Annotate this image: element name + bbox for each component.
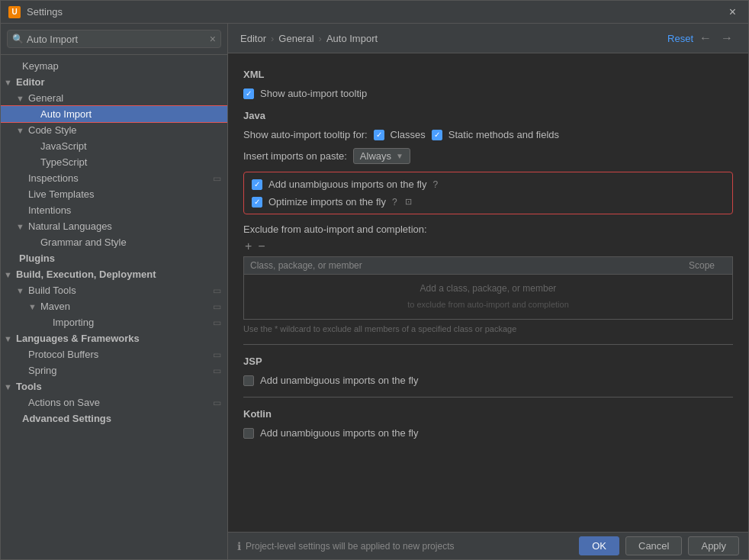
sidebar-item-live-templates[interactable]: Live Templates <box>1 186 227 202</box>
code-style-label: Code Style <box>28 124 77 136</box>
sidebar-item-inspections[interactable]: Inspections ▭ <box>1 170 227 186</box>
nav-forward-icon[interactable]: → <box>718 30 736 47</box>
sidebar-item-spring[interactable]: Spring ▭ <box>1 362 227 378</box>
add-remove-bar: + − <box>243 240 733 253</box>
settings-window: U Settings × 🔍 × Keymap ▼ <box>0 0 749 560</box>
show-tooltip-for-label: Show auto-import tooltip for: <box>243 129 368 140</box>
sidebar-item-javascript[interactable]: JavaScript <box>1 138 227 154</box>
search-clear-icon[interactable]: × <box>210 33 216 45</box>
xml-tooltip-checkbox[interactable]: ✓ <box>243 89 254 99</box>
add-unambiguous-row: ✓ Add unambiguous imports on the fly ? <box>252 179 725 190</box>
build-exec-arrow: ▼ <box>4 270 13 279</box>
build-tools-label: Build Tools <box>28 285 76 296</box>
jsp-unambiguous-checkbox[interactable] <box>243 375 254 386</box>
optimize-imports-checkbox[interactable]: ✓ <box>252 197 262 208</box>
sidebar-item-advanced-settings[interactable]: Advanced Settings <box>1 410 227 426</box>
separator1 <box>243 344 733 345</box>
javascript-label: JavaScript <box>40 140 87 152</box>
classes-checkbox[interactable]: ✓ <box>374 130 384 140</box>
sidebar-item-editor[interactable]: ▼ Editor <box>1 74 227 90</box>
search-input[interactable] <box>27 34 210 45</box>
maven-label: Maven <box>40 301 70 312</box>
inspections-label: Inspections <box>28 172 79 184</box>
breadcrumb-nav: Reset ← → <box>667 30 736 47</box>
sidebar-item-build-exec[interactable]: ▼ Build, Execution, Deployment <box>1 266 227 282</box>
optimize-imports-extra-icon[interactable]: ⊡ <box>403 197 413 207</box>
dropdown-arrow: ▼ <box>396 152 403 160</box>
general-arrow: ▼ <box>16 94 25 103</box>
sidebar-item-keymap[interactable]: Keymap <box>1 58 227 74</box>
intentions-label: Intentions <box>28 204 71 216</box>
sidebar-item-importing[interactable]: Importing ▭ <box>1 314 227 330</box>
maven-icon: ▭ <box>213 301 221 312</box>
build-exec-label: Build, Execution, Deployment <box>16 269 156 280</box>
nav-back-icon[interactable]: ← <box>696 30 715 47</box>
optimize-imports-label: Optimize imports on the fly <box>268 196 386 208</box>
add-unambiguous-checkbox[interactable]: ✓ <box>252 179 262 190</box>
classes-label: Classes <box>391 129 426 140</box>
ok-button[interactable]: OK <box>579 536 619 555</box>
settings-tree: Keymap ▼ Editor ▼ General Auto Import <box>1 55 227 559</box>
remove-exclude-button[interactable]: − <box>256 240 266 253</box>
empty-message: Add a class, package, or member to exclu… <box>407 281 569 312</box>
cancel-button[interactable]: Cancel <box>625 536 682 555</box>
java-section-label: Java <box>243 110 733 121</box>
close-button[interactable]: × <box>725 4 741 21</box>
sidebar-item-general[interactable]: ▼ General <box>1 90 227 106</box>
sidebar-item-build-tools[interactable]: ▼ Build Tools ▭ <box>1 282 227 298</box>
spring-label: Spring <box>28 365 57 376</box>
xml-tooltip-check: ✓ <box>246 89 252 98</box>
sidebar-item-actions-on-save[interactable]: Actions on Save ▭ <box>1 394 227 410</box>
footer-buttons: OK Cancel Apply <box>579 536 739 555</box>
empty-hint1: Add a class, package, or member <box>407 281 569 298</box>
code-style-arrow: ▼ <box>16 126 25 135</box>
search-input-wrap[interactable]: 🔍 × <box>7 30 221 48</box>
actions-on-save-label: Actions on Save <box>28 397 100 408</box>
lang-frameworks-label: Languages & Frameworks <box>16 333 140 344</box>
sidebar-item-auto-import[interactable]: Auto Import <box>1 106 227 122</box>
optimize-imports-help-icon[interactable]: ? <box>392 197 397 208</box>
always-dropdown[interactable]: Always ▼ <box>353 148 410 164</box>
auto-import-label: Auto Import <box>40 108 92 120</box>
kotlin-unambiguous-row: Add unambiguous imports on the fly <box>243 427 733 439</box>
kotlin-unambiguous-checkbox[interactable] <box>243 428 254 439</box>
breadcrumb: Editor › General › Auto Import <box>240 33 378 44</box>
editor-label: Editor <box>16 76 45 88</box>
sidebar-item-plugins[interactable]: Plugins <box>1 250 227 266</box>
static-methods-checkbox[interactable]: ✓ <box>432 130 442 140</box>
build-tools-arrow: ▼ <box>16 286 25 295</box>
typescript-label: TypeScript <box>40 156 87 168</box>
add-exclude-button[interactable]: + <box>243 240 253 253</box>
static-methods-label: Static methods and fields <box>448 129 559 140</box>
optimize-check: ✓ <box>254 198 260 206</box>
add-unambiguous-help-icon[interactable]: ? <box>432 179 438 190</box>
lang-arrow: ▼ <box>4 334 13 343</box>
sidebar-item-protocol-buffers[interactable]: Protocol Buffers ▭ <box>1 346 227 362</box>
breadcrumb-bar: Editor › General › Auto Import Reset ← → <box>228 24 748 53</box>
sidebar-item-intentions[interactable]: Intentions <box>1 202 227 218</box>
reset-button[interactable]: Reset <box>667 33 693 44</box>
insert-imports-label: Insert imports on paste: <box>243 150 347 162</box>
sidebar-item-code-style[interactable]: ▼ Code Style <box>1 122 227 138</box>
breadcrumb-editor: Editor <box>240 33 266 44</box>
jsp-unambiguous-label: Add unambiguous imports on the fly <box>260 375 418 386</box>
breadcrumb-sep2: › <box>319 33 322 44</box>
breadcrumb-sep1: › <box>271 33 274 44</box>
sidebar-item-typescript[interactable]: TypeScript <box>1 154 227 170</box>
spring-icon: ▭ <box>213 365 221 376</box>
sidebar-item-natural-languages[interactable]: ▼ Natural Languages <box>1 218 227 234</box>
sidebar-item-tools[interactable]: ▼ Tools <box>1 378 227 394</box>
apply-button[interactable]: Apply <box>688 536 739 555</box>
optimize-imports-row: ✓ Optimize imports on the fly ? ⊡ <box>252 196 725 208</box>
class-package-header: Class, package, or member <box>244 257 671 274</box>
actions-icon: ▭ <box>213 397 221 408</box>
separator2 <box>243 397 733 397</box>
inspections-icon: ▭ <box>213 173 221 184</box>
tools-label: Tools <box>16 381 42 392</box>
sidebar-item-maven[interactable]: ▼ Maven ▭ <box>1 298 227 314</box>
sidebar-item-grammar-style[interactable]: Grammar and Style <box>1 234 227 250</box>
exclude-section: Exclude from auto-import and completion:… <box>243 224 733 333</box>
plugins-label: Plugins <box>19 253 55 264</box>
sidebar-item-lang-frameworks[interactable]: ▼ Languages & Frameworks <box>1 330 227 346</box>
breadcrumb-auto-import: Auto Import <box>326 33 378 44</box>
